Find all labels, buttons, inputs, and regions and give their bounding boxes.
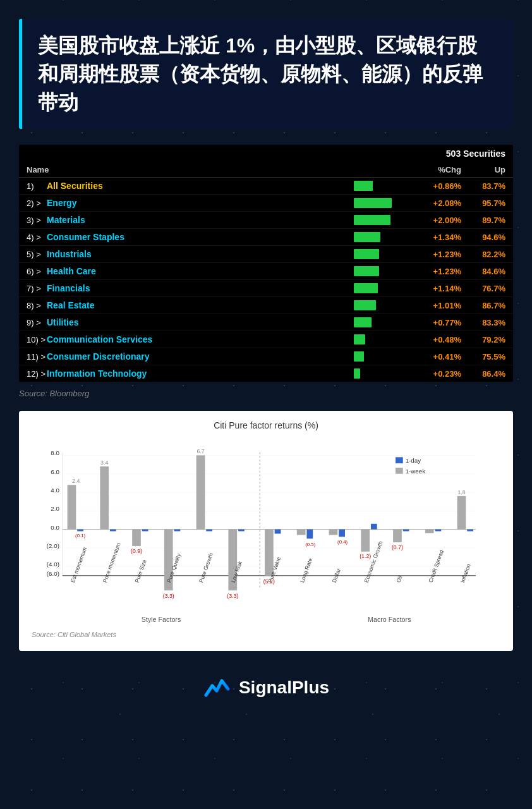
row-num: 4) > [27, 233, 47, 242]
bar-economic-growth-day [371, 524, 377, 530]
svg-text:Inflation: Inflation [459, 563, 472, 583]
row-bar [354, 300, 376, 310]
svg-text:(6.0): (6.0) [47, 570, 59, 577]
row-bar [354, 283, 378, 293]
row-up: 76.7% [461, 284, 505, 293]
svg-text:(4.0): (4.0) [47, 561, 59, 568]
row-name: Consumer Discretionary [47, 351, 354, 362]
svg-text:Long Rate: Long Rate [299, 557, 313, 584]
row-bar-cell [354, 317, 404, 327]
row-bar-cell [354, 351, 404, 362]
row-chg: +1.23% [404, 250, 461, 259]
row-bar-cell [354, 266, 404, 276]
bar-long-rate-week [297, 530, 306, 535]
row-bar-cell [354, 181, 404, 191]
svg-text:Style Factors: Style Factors [142, 616, 181, 623]
svg-text:Oil: Oil [395, 575, 403, 584]
row-bar [354, 232, 380, 242]
table-row: 1) All Securities +0.86% 83.7% [19, 178, 513, 195]
row-name: Financials [47, 283, 354, 293]
row-num: 9) > [27, 318, 47, 327]
bar-pure-value-day [275, 530, 281, 534]
col-name-header: Name [27, 165, 354, 174]
securities-table: 503 Securities Name %Chg Up 1) All Secur… [19, 145, 513, 382]
bar-credit-spread-week [425, 530, 434, 533]
svg-text:(0.4): (0.4) [337, 539, 348, 545]
footer: SignalPlus [19, 660, 513, 708]
bar-dollar-week [329, 530, 338, 535]
row-name: Communication Services [47, 334, 354, 344]
securities-count: 503 Securities [446, 149, 505, 159]
row-num: 2) > [27, 198, 47, 208]
svg-text:Est momentum: Est momentum [70, 547, 88, 584]
bar-inflation-week [457, 496, 466, 530]
row-chg: +1.34% [404, 233, 461, 242]
bar-pure-size-week [132, 530, 141, 546]
bar-oil-week [393, 530, 402, 543]
table-row: 11) > Consumer Discretionary +0.41% 75.5… [19, 348, 513, 365]
row-num: 3) > [27, 216, 47, 225]
bar-inflation-day [467, 530, 473, 532]
row-chg: +2.00% [404, 216, 461, 225]
svg-text:Price momentum: Price momentum [102, 542, 122, 584]
svg-text:1-day: 1-day [406, 458, 421, 465]
svg-text:(0.5): (0.5) [305, 542, 315, 547]
row-name: Industrials [47, 249, 354, 259]
svg-text:6.0: 6.0 [51, 468, 59, 475]
svg-text:1-week: 1-week [406, 468, 426, 475]
bar-pure-growth-week [196, 456, 205, 530]
row-num: 7) > [27, 284, 47, 293]
svg-text:(3.3): (3.3) [227, 593, 238, 599]
row-up: 84.6% [461, 267, 505, 276]
title-section: 美国股市收盘上涨近 1%，由小型股、区域银行股和周期性股票（资本货物、原物料、能… [19, 19, 513, 129]
table-row: 8) > Real Estate +1.01% 86.7% [19, 297, 513, 314]
svg-text:(3.3): (3.3) [163, 593, 174, 599]
svg-text:Macro Factors: Macro Factors [368, 616, 411, 623]
row-num: 8) > [27, 301, 47, 310]
row-up: 75.5% [461, 352, 505, 362]
svg-text:(2.0): (2.0) [47, 542, 59, 549]
row-name: Real Estate [47, 300, 354, 310]
row-bar [354, 198, 392, 208]
row-num: 1) [27, 181, 47, 191]
bar-price-momentum-week [100, 466, 109, 530]
row-bar-cell [354, 249, 404, 259]
table-row: 9) > Utilities +0.77% 83.3% [19, 314, 513, 331]
row-chg: +0.41% [404, 352, 461, 362]
row-chg: +0.77% [404, 318, 461, 327]
svg-text:2.0: 2.0 [51, 506, 59, 513]
svg-text:(0.7): (0.7) [392, 544, 403, 550]
svg-text:Pure Size: Pure Size [133, 559, 147, 583]
bar-oil-day [403, 530, 409, 532]
row-chg: +0.86% [404, 181, 461, 191]
table-row: 7) > Financials +1.14% 76.7% [19, 280, 513, 297]
svg-rect-48 [396, 468, 403, 474]
row-num: 12) > [27, 369, 47, 379]
row-up: 89.7% [461, 216, 505, 225]
row-bar-cell [354, 300, 404, 310]
row-chg: +0.48% [404, 335, 461, 344]
row-chg: +0.23% [404, 369, 461, 379]
bar-dollar-day [339, 530, 345, 537]
table-row: 12) > Information Technology +0.23% 86.4… [19, 365, 513, 382]
row-up: 83.3% [461, 318, 505, 327]
bar-low-risk-day [238, 530, 245, 532]
row-bar-cell [354, 334, 404, 344]
row-up: 95.7% [461, 198, 505, 208]
svg-text:8.0: 8.0 [51, 450, 59, 457]
row-chg: +1.01% [404, 301, 461, 310]
svg-text:Pure Growth: Pure Growth [198, 552, 214, 584]
svg-text:1.8: 1.8 [457, 489, 465, 496]
svg-text:(1.2): (1.2) [360, 554, 371, 560]
row-name: Consumer Staples [47, 232, 354, 242]
svg-text:0.0: 0.0 [51, 524, 59, 531]
svg-text:4.0: 4.0 [51, 487, 59, 494]
row-name: Utilities [47, 317, 354, 327]
row-num: 11) > [27, 352, 47, 362]
table-row: 4) > Consumer Staples +1.34% 94.6% [19, 229, 513, 246]
row-name: Information Technology [47, 368, 354, 379]
row-up: 86.4% [461, 369, 505, 379]
row-num: 6) > [27, 267, 47, 276]
table-row: 3) > Materials +2.00% 89.7% [19, 212, 513, 229]
row-up: 82.2% [461, 250, 505, 259]
